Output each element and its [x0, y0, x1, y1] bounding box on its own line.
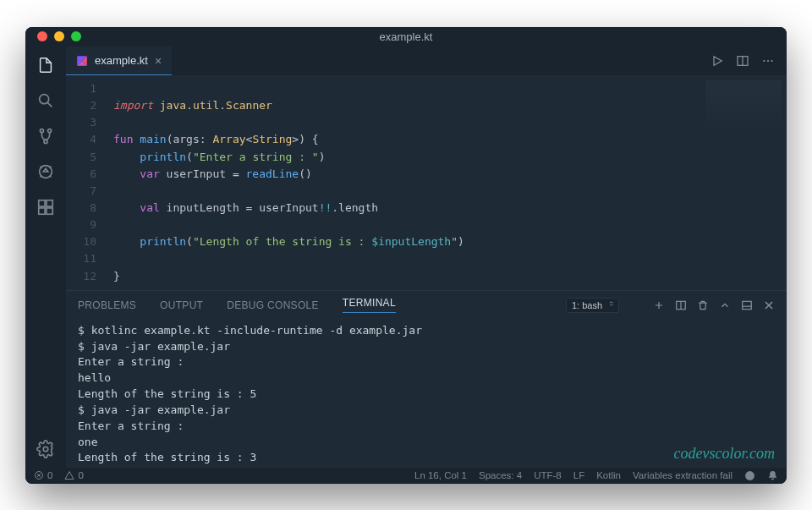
panel-tab-problems[interactable]: PROBLEMS	[78, 299, 136, 311]
svg-marker-13	[714, 57, 721, 66]
svg-point-1	[40, 129, 43, 133]
svg-point-21	[745, 471, 754, 480]
status-lang[interactable]: Kotlin	[596, 470, 621, 480]
status-extra[interactable]: Variables extraction fail	[633, 470, 732, 480]
kotlin-file-icon	[76, 55, 88, 67]
svg-point-0	[40, 95, 49, 104]
status-spaces[interactable]: Spaces: 4	[479, 470, 522, 480]
editor-actions	[710, 47, 787, 75]
svg-rect-5	[39, 200, 45, 206]
toggle-panel-icon[interactable]	[741, 299, 753, 311]
status-eol[interactable]: LF	[573, 470, 584, 480]
window-body: example.kt × 123456789101112	[25, 47, 787, 468]
svg-rect-6	[47, 200, 52, 206]
search-icon[interactable]	[36, 90, 56, 111]
panel-tabs: PROBLEMS OUTPUT DEBUG CONSOLE TERMINAL 1…	[66, 291, 787, 320]
settings-gear-icon[interactable]	[36, 439, 56, 459]
status-cursor[interactable]: Ln 16, Col 1	[414, 470, 467, 480]
svg-point-9	[43, 447, 48, 452]
svg-rect-19	[743, 301, 752, 309]
svg-point-16	[767, 60, 769, 62]
panel-action-icons	[653, 299, 775, 311]
bottom-panel: PROBLEMS OUTPUT DEBUG CONSOLE TERMINAL 1…	[66, 290, 787, 468]
svg-point-17	[771, 60, 773, 62]
status-bell-icon[interactable]	[767, 470, 778, 481]
terminal-select[interactable]: 1: bash	[566, 298, 619, 313]
run-icon[interactable]	[710, 54, 724, 68]
status-bar: 0 0 Ln 16, Col 1 Spaces: 4 UTF-8 LF Kotl…	[25, 468, 787, 484]
split-editor-icon[interactable]	[736, 54, 749, 68]
kill-terminal-icon[interactable]	[697, 299, 709, 311]
source-control-icon[interactable]	[36, 126, 56, 146]
window-title: example.kt	[25, 30, 787, 43]
svg-rect-7	[39, 208, 45, 214]
tab-filename: example.kt	[95, 54, 148, 67]
svg-point-2	[48, 129, 52, 133]
extensions-icon[interactable]	[36, 197, 56, 217]
titlebar: example.kt	[25, 27, 787, 47]
maximize-panel-icon[interactable]	[719, 299, 731, 311]
code-content[interactable]: import java.util.Scanner fun main(args: …	[105, 75, 787, 290]
split-terminal-icon[interactable]	[675, 299, 687, 311]
activity-bar	[25, 47, 66, 468]
status-feedback-icon[interactable]	[744, 470, 755, 481]
code-editor[interactable]: 123456789101112 import java.util.Scanner…	[66, 75, 787, 290]
debug-icon[interactable]	[36, 162, 56, 182]
vscode-window: example.kt	[25, 27, 787, 484]
status-encoding[interactable]: UTF-8	[534, 470, 562, 480]
svg-point-15	[763, 60, 765, 62]
minimap[interactable]	[705, 80, 782, 131]
tab-example-kt[interactable]: example.kt ×	[66, 47, 172, 75]
status-errors[interactable]: 0	[34, 470, 52, 480]
more-actions-icon[interactable]	[761, 54, 775, 68]
line-gutter: 123456789101112	[66, 75, 105, 290]
close-panel-icon[interactable]	[763, 299, 775, 311]
tab-bar: example.kt ×	[66, 47, 787, 75]
main-area: example.kt × 123456789101112	[66, 47, 787, 468]
panel-tab-terminal[interactable]: TERMINAL	[343, 297, 396, 313]
terminal[interactable]: $ kotlinc example.kt -include-runtime -d…	[66, 320, 787, 468]
explorer-icon[interactable]	[36, 55, 56, 75]
panel-tab-output[interactable]: OUTPUT	[160, 299, 203, 311]
panel-tab-debug[interactable]: DEBUG CONSOLE	[227, 299, 319, 311]
status-warnings[interactable]: 0	[64, 470, 83, 480]
tab-close-icon[interactable]: ×	[155, 54, 162, 68]
svg-rect-8	[47, 208, 52, 214]
watermark: codevscolor.com	[674, 442, 775, 464]
new-terminal-icon[interactable]	[653, 299, 665, 311]
